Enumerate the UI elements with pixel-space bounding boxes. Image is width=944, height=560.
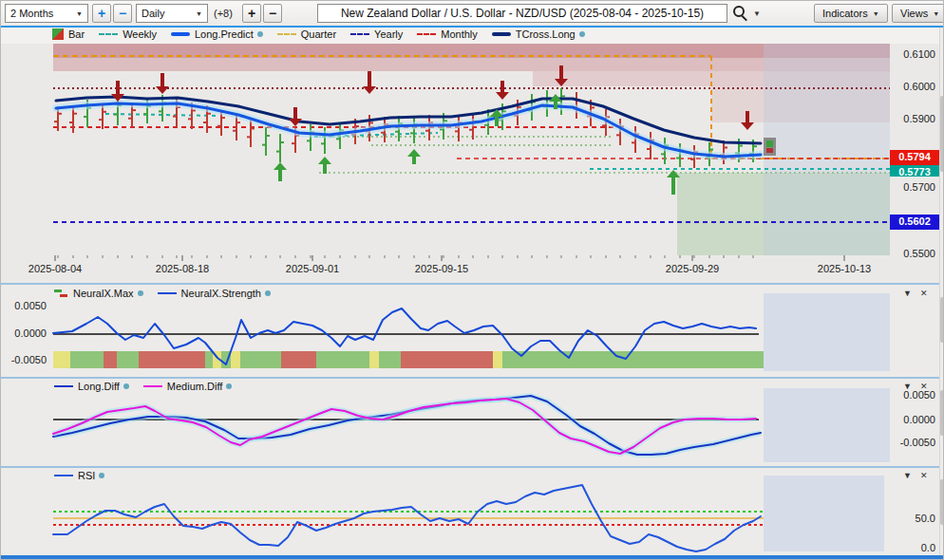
series-swatch-icon (158, 292, 177, 294)
toolbar-accent-line (1, 26, 944, 28)
legend-label: NeuralX.Max (73, 288, 134, 299)
info-dot-icon[interactable] (99, 473, 104, 478)
neuralx-legend: NeuralX.MaxNeuralX.Strength (54, 288, 285, 299)
legend-label: Weekly (123, 28, 157, 40)
main-chart-panel[interactable] (1, 28, 939, 283)
legend-item-quarter[interactable]: Quarter (277, 28, 336, 40)
bars-offset-label: (+8) (214, 8, 233, 19)
series-swatch-icon (54, 385, 73, 387)
series-swatch-icon (54, 475, 73, 476)
info-dot-icon[interactable] (265, 290, 271, 296)
scrollbar-thumb[interactable] (940, 297, 944, 343)
panel-separator (1, 377, 944, 379)
legend-label: Long.Diff (78, 381, 120, 392)
legend-label: Medium.Diff (167, 381, 222, 392)
series-swatch-icon (350, 33, 369, 35)
legend-label: Bar (68, 28, 85, 40)
info-dot-icon[interactable] (138, 290, 143, 296)
info-dot-icon[interactable] (579, 31, 585, 37)
chevron-down-icon: ▼ (76, 10, 83, 17)
range-select-value: 2 Months (10, 8, 53, 19)
bar-style-icon (52, 28, 64, 40)
series-swatch-icon (171, 32, 190, 36)
legend-label: TCross.Long (516, 28, 576, 40)
scrollbar-thumb[interactable] (940, 479, 944, 525)
legend-item-neuralx-max[interactable]: NeuralX.Max (54, 288, 143, 299)
panel-separator (1, 466, 944, 468)
legend-label: Yearly (374, 28, 403, 40)
period-select-value: Daily (142, 8, 164, 19)
close-panel-icon[interactable]: ✕ (920, 382, 928, 391)
add-bars-button[interactable]: + (242, 4, 261, 23)
symbol-title: New Zealand Dollar / U.S. Dollar - NZD/U… (341, 7, 704, 20)
panel-separator (1, 283, 944, 285)
legend-item-weekly[interactable]: Weekly (99, 28, 157, 40)
legend-item-tcross-long[interactable]: TCross.Long (492, 28, 585, 40)
legend-item-long-predict[interactable]: Long.Predict (171, 28, 263, 40)
series-swatch-icon (417, 33, 436, 35)
scrollbar-thumb[interactable] (940, 96, 944, 172)
chevron-down-icon: ▼ (196, 10, 202, 17)
chevron-down-icon: ▼ (933, 10, 939, 17)
rsi-panel[interactable] (1, 468, 939, 555)
series-swatch-icon (492, 32, 511, 36)
period-select[interactable]: Daily ▼ (136, 4, 208, 23)
close-panel-icon[interactable]: ✕ (920, 289, 928, 298)
chevron-down-icon: ▼ (873, 10, 879, 17)
remove-bars-button[interactable]: − (263, 4, 282, 23)
series-swatch-icon (99, 33, 118, 35)
search-dropdown-icon[interactable]: ▼ (753, 9, 761, 18)
trading-app-window: 2 Months ▼ + − Daily ▼ (+8) + − New Zeal… (0, 0, 944, 560)
legend-item-medium-diff[interactable]: Medium.Diff (143, 381, 232, 392)
symbol-title-box[interactable]: New Zealand Dollar / U.S. Dollar - NZD/U… (317, 4, 727, 23)
series-swatch-icon (277, 33, 296, 35)
legend-label: NeuralX.Strength (181, 288, 261, 299)
close-panel-icon[interactable]: ✕ (920, 471, 928, 480)
neuralx-panel-controls: ▼✕ (903, 289, 927, 298)
legend-item-neuralx-strength[interactable]: NeuralX.Strength (158, 288, 271, 299)
bottom-bar (1, 555, 944, 560)
rsi-panel-controls: ▼✕ (903, 471, 927, 480)
main-chart-legend: BarWeeklyLong.PredictQuarterYearlyMonthl… (52, 28, 599, 40)
collapse-panel-icon[interactable]: ▼ (903, 289, 912, 298)
legend-label: Monthly (441, 28, 478, 40)
info-dot-icon[interactable] (226, 383, 232, 389)
series-swatch-icon (54, 288, 68, 299)
zoom-in-button[interactable]: + (92, 4, 111, 23)
collapse-panel-icon[interactable]: ▼ (903, 382, 912, 391)
legend-item-bar[interactable]: Bar (52, 28, 85, 40)
indicators-button[interactable]: Indicators ▼ (814, 4, 888, 23)
diff-panel-controls: ▼✕ (903, 382, 927, 391)
diff-legend: Long.DiffMedium.Diff (54, 381, 246, 392)
legend-item-monthly[interactable]: Monthly (417, 28, 478, 40)
scrollbar-thumb[interactable] (940, 390, 944, 436)
legend-item-rsi[interactable]: RSI (54, 470, 104, 481)
views-button[interactable]: Views ▼ (892, 4, 944, 23)
series-swatch-icon (143, 385, 162, 387)
legend-label: RSI (78, 470, 95, 481)
legend-item-yearly[interactable]: Yearly (350, 28, 403, 40)
rsi-legend: RSI (54, 470, 119, 481)
collapse-panel-icon[interactable]: ▼ (903, 471, 912, 480)
info-dot-icon[interactable] (123, 383, 129, 389)
legend-item-long-diff[interactable]: Long.Diff (54, 381, 129, 392)
range-select[interactable]: 2 Months ▼ (5, 4, 88, 23)
legend-label: Long.Predict (195, 28, 254, 40)
legend-label: Quarter (301, 28, 336, 40)
search-icon[interactable] (733, 6, 748, 21)
toolbar: 2 Months ▼ + − Daily ▼ (+8) + − New Zeal… (1, 1, 944, 27)
info-dot-icon[interactable] (257, 31, 263, 37)
zoom-out-button[interactable]: − (113, 4, 132, 23)
